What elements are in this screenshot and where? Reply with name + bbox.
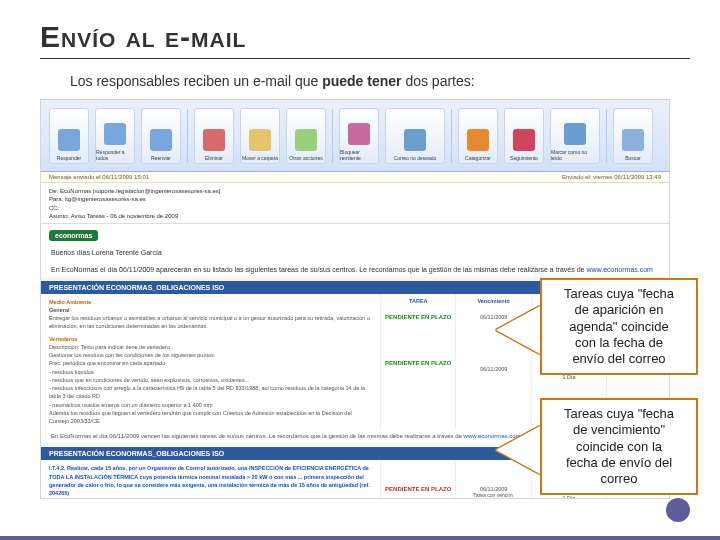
intro-text: En EcoNormas el día 06/11/2009 aparecerá… (41, 260, 669, 277)
forward-button[interactable]: Reenviar (141, 108, 181, 164)
status-pending-1: PENDIENTE EN PLAZO (385, 314, 451, 320)
sent-left: Mensaje enviado el 06/11/2009 15:01 (49, 174, 149, 180)
arrow-2 (496, 426, 540, 474)
sent-right: Enviado el: viernes 06/11/2009 13:49 (562, 174, 661, 180)
sec2-heading: I.T.4.2. Realizar, cada 15 años, por un … (49, 464, 372, 497)
outlook-ribbon: Responder Responder a todos Reenviar Eli… (41, 100, 669, 172)
slide-title: Envío al e-mail (40, 20, 690, 59)
sec1-vhead: Vertederos (49, 335, 372, 343)
callout-appearance-date: Tareas cuya "fecha de aparición en agend… (540, 278, 698, 375)
logo-row: econormas (41, 224, 669, 243)
delete-button[interactable]: Eliminar (194, 108, 234, 164)
mark-unread-button[interactable]: Marcar como no leído (550, 108, 600, 164)
subtitle-pre: Los responsables reciben un e-mail que (70, 73, 322, 89)
other-actions-button[interactable]: Otras acciones (286, 108, 326, 164)
callout-due-date: Tareas cuya "fecha de vencimiento" coinc… (540, 398, 698, 495)
categorize-button[interactable]: Categorizar (458, 108, 498, 164)
sec1-sub: General (49, 306, 372, 314)
subtitle-post: dos partes: (402, 73, 475, 89)
slide-accent-dot (666, 498, 690, 522)
reply-all-button[interactable]: Responder a todos (95, 108, 135, 164)
sent-banner: Mensaje enviado el 06/11/2009 15:01 Envi… (41, 172, 669, 183)
message-headers: De: EcoNormas [soporte.legislacion@ingen… (41, 183, 669, 224)
intro-link[interactable]: www.econormas.com (586, 266, 653, 273)
junk-mail-button[interactable]: Correo no deseado (385, 108, 445, 164)
block-sender-button[interactable]: Bloquear remitente (339, 108, 379, 164)
followup-button[interactable]: Seguimiento (504, 108, 544, 164)
sec1-heading: Medio Ambiente (49, 298, 372, 306)
sec1-line1: Entregar los residuos urbanos o asimilab… (49, 314, 372, 331)
subtitle-bold: puede tener (322, 73, 401, 89)
move-button[interactable]: Mover a carpeta (240, 108, 280, 164)
reply-button[interactable]: Responder (49, 108, 89, 164)
find-button[interactable]: Buscar (613, 108, 653, 164)
arrow-1 (496, 306, 540, 354)
status-pending-red: PENDIENTE EN PLAZO (385, 486, 451, 492)
slide-subtitle: Los responsables reciben un e-mail que p… (70, 73, 690, 89)
greeting: Buenos días Lorena Terente García (41, 243, 669, 260)
status-pending-2: PENDIENTE EN PLAZO (385, 360, 451, 366)
econormas-logo: econormas (49, 230, 98, 241)
